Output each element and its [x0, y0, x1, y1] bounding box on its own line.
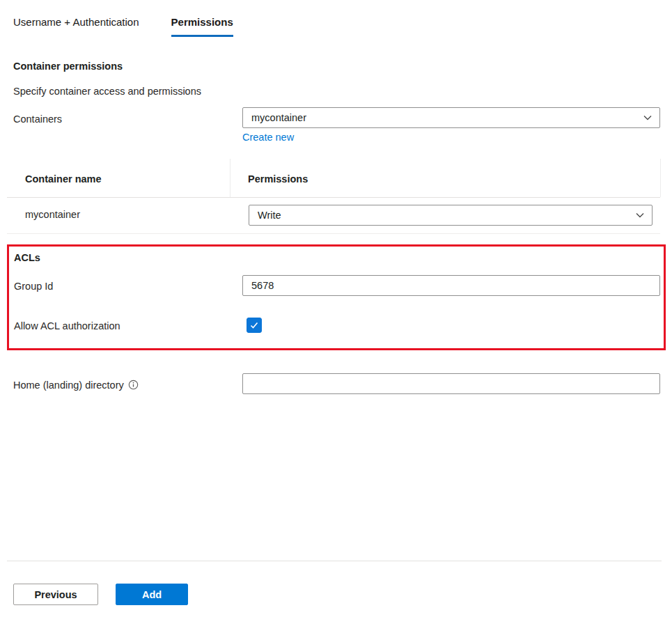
home-directory-input[interactable]	[251, 378, 653, 389]
group-id-label: Group Id	[14, 281, 53, 292]
permission-dropdown[interactable]: Write	[249, 205, 653, 226]
tab-permissions[interactable]: Permissions	[171, 16, 233, 37]
table-right-divider	[660, 159, 661, 197]
group-id-input[interactable]	[251, 280, 653, 291]
previous-button[interactable]: Previous	[13, 584, 98, 605]
group-id-field-frame	[242, 275, 660, 296]
table-header-container-name: Container name	[25, 173, 102, 185]
add-button[interactable]: Add	[116, 584, 188, 605]
create-new-link[interactable]: Create new	[242, 132, 294, 143]
table-header-permissions: Permissions	[248, 173, 308, 185]
acls-heading: ACLs	[14, 252, 40, 263]
home-directory-label-text: Home (landing) directory	[13, 380, 124, 391]
table-cell-container-name: mycontainer	[25, 209, 80, 220]
allow-acl-label: Allow ACL authorization	[14, 320, 120, 331]
tab-username-authentication[interactable]: Username + Authentication	[13, 16, 139, 37]
tab-bar: Username + Authentication Permissions	[13, 16, 233, 37]
acl-highlight-box	[7, 244, 666, 350]
allow-acl-checkbox[interactable]	[247, 318, 262, 333]
table-row-border	[7, 233, 660, 234]
containers-label: Containers	[13, 114, 62, 125]
home-directory-label: Home (landing) directory	[13, 380, 139, 391]
permission-dropdown-value: Write	[258, 210, 281, 221]
table-row: mycontainer Write	[0, 197, 672, 233]
footer-divider	[7, 561, 662, 561]
container-permissions-heading: Container permissions	[13, 61, 123, 72]
chevron-down-icon	[643, 113, 653, 123]
container-permissions-description: Specify container access and permissions	[13, 86, 201, 97]
table-column-divider	[230, 159, 230, 197]
chevron-down-icon	[635, 210, 645, 220]
info-icon[interactable]	[128, 380, 139, 390]
containers-dropdown-value: mycontainer	[251, 112, 306, 123]
containers-dropdown[interactable]: mycontainer	[242, 107, 660, 128]
home-directory-field-frame	[242, 373, 660, 394]
checkmark-icon	[249, 320, 259, 330]
